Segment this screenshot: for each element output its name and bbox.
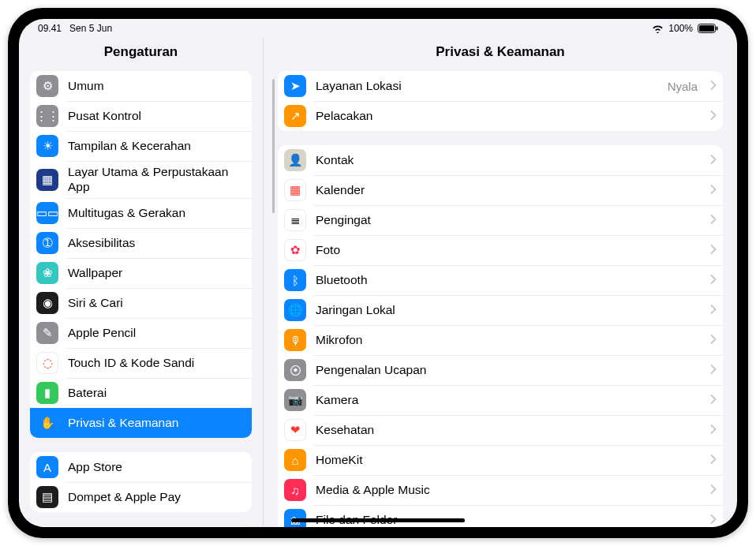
sidebar-item-label: Baterai — [68, 386, 244, 401]
home-indicator[interactable] — [291, 518, 465, 522]
detail-item-homekit[interactable]: ⌂HomeKit — [278, 445, 723, 475]
detail-scroll[interactable]: ➤Layanan LokasiNyala↗Pelacakan👤Kontak▦Ka… — [264, 71, 737, 527]
hand-privacy-icon: ✋ — [36, 412, 58, 434]
sidebar-item-touchid[interactable]: ◌Touch ID & Kode Sandi — [30, 348, 252, 378]
detail-item-files[interactable]: 🗂File dan Folder — [278, 505, 723, 527]
settings-section: AApp Store▤Dompet & Apple Pay — [30, 452, 252, 512]
chevron-right-icon — [710, 363, 717, 377]
sidebar-item-wallet[interactable]: ▤Dompet & Apple Pay — [30, 482, 252, 512]
detail-item-value: Nyala — [668, 80, 698, 93]
status-time: 09.41 — [38, 23, 62, 34]
sidebar-item-battery[interactable]: ▮Baterai — [30, 378, 252, 408]
detail-item-label: Jaringan Lokal — [316, 303, 701, 318]
detail-item-label: Foto — [316, 243, 701, 258]
battery-icon: ▮ — [36, 382, 58, 404]
wallet-icon: ▤ — [36, 486, 58, 508]
sliders-icon: ⋮⋮ — [36, 105, 58, 127]
svg-rect-1 — [699, 25, 714, 32]
speech-icon: ⦿ — [284, 359, 306, 381]
home-grid-icon: ▦ — [36, 169, 58, 191]
detail-item-label: Kontak — [316, 153, 701, 168]
fingerprint-icon: ◌ — [36, 352, 58, 374]
chevron-right-icon — [710, 513, 717, 527]
sidebar-item-label: Wallpaper — [68, 266, 244, 281]
sidebar-scroll[interactable]: ⚙Umum⋮⋮Pusat Kontrol☀Tampilan & Keceraha… — [19, 71, 263, 527]
sidebar-item-siri[interactable]: ◉Siri & Cari — [30, 288, 252, 318]
appstore-icon: A — [36, 456, 58, 478]
detail-item-label: Pelacakan — [316, 109, 701, 124]
homekit-icon: ⌂ — [284, 449, 306, 471]
detail-item-media[interactable]: ♫Media & Apple Music — [278, 475, 723, 505]
sidebar-item-wallpaper[interactable]: ❀Wallpaper — [30, 258, 252, 288]
sidebar-item-privacy[interactable]: ✋Privasi & Keamanan — [30, 408, 252, 438]
sidebar-item-home[interactable]: ▦Layar Utama & Perpustakaan App — [30, 161, 252, 198]
wallpaper-icon: ❀ — [36, 262, 58, 284]
sidebar-item-label: App Store — [68, 460, 244, 475]
music-icon: ♫ — [284, 479, 306, 501]
detail-item-label: Media & Apple Music — [316, 483, 701, 498]
detail-item-location[interactable]: ➤Layanan LokasiNyala — [278, 71, 723, 101]
microphone-icon: 🎙 — [284, 329, 306, 351]
camera-icon: 📷 — [284, 389, 306, 411]
battery-full-icon — [698, 24, 718, 33]
status-date: Sen 5 Jun — [69, 23, 112, 34]
brightness-icon: ☀ — [36, 135, 58, 157]
chevron-right-icon — [710, 303, 717, 317]
siri-icon: ◉ — [36, 292, 58, 314]
sidebar-item-passwords[interactable]: ⚿Kata Sandi — [30, 526, 252, 527]
sidebar-item-general[interactable]: ⚙Umum — [30, 71, 252, 101]
detail-item-contacts[interactable]: 👤Kontak — [278, 145, 723, 175]
detail-item-label: HomeKit — [316, 453, 701, 468]
sidebar-item-control[interactable]: ⋮⋮Pusat Kontrol — [30, 101, 252, 131]
chevron-right-icon — [710, 273, 717, 287]
chevron-right-icon — [710, 423, 717, 437]
sidebar-item-appstore[interactable]: AApp Store — [30, 452, 252, 482]
sidebar-item-pencil[interactable]: ✎Apple Pencil — [30, 318, 252, 348]
detail-item-speech[interactable]: ⦿Pengenalan Ucapan — [278, 355, 723, 385]
detail-item-reminders[interactable]: ≣Pengingat — [278, 205, 723, 235]
scroll-indicator — [272, 79, 275, 213]
sidebar-item-label: Tampilan & Kecerahan — [68, 139, 244, 154]
chevron-right-icon — [710, 79, 717, 93]
chevron-right-icon — [710, 483, 717, 497]
sidebar-item-multitask[interactable]: ▭▭Multitugas & Gerakan — [30, 198, 252, 228]
device-frame: 09.41 Sen 5 Jun 100% Pengaturan ⚙Umum⋮⋮P… — [8, 8, 748, 538]
chevron-right-icon — [710, 333, 717, 347]
reminders-icon: ≣ — [284, 209, 306, 231]
screen: 09.41 Sen 5 Jun 100% Pengaturan ⚙Umum⋮⋮P… — [19, 19, 737, 527]
detail-item-photos[interactable]: ✿Foto — [278, 235, 723, 265]
calendar-icon: ▦ — [284, 179, 306, 201]
accessibility-icon: ➀ — [36, 232, 58, 254]
sidebar-item-label: Apple Pencil — [68, 326, 244, 341]
detail-item-label: Pengingat — [316, 213, 701, 228]
sidebar-item-label: Umum — [68, 79, 244, 94]
location-arrow-icon: ➤ — [284, 75, 306, 97]
detail-title: Privasi & Keamanan — [264, 38, 737, 71]
settings-section: 👤Kontak▦Kalender≣Pengingat✿FotoᛒBluetoot… — [278, 145, 723, 527]
detail-item-localnet[interactable]: 🌐Jaringan Lokal — [278, 295, 723, 325]
detail-item-health[interactable]: ❤Kesehatan — [278, 415, 723, 445]
detail-item-bluetooth[interactable]: ᛒBluetooth — [278, 265, 723, 295]
chevron-right-icon — [710, 153, 717, 167]
detail-item-tracking[interactable]: ↗Pelacakan — [278, 101, 723, 131]
detail-item-mic[interactable]: 🎙Mikrofon — [278, 325, 723, 355]
chevron-right-icon — [710, 109, 717, 123]
sidebar-item-label: Multitugas & Gerakan — [68, 206, 244, 221]
gear-icon: ⚙ — [36, 75, 58, 97]
settings-sidebar: Pengaturan ⚙Umum⋮⋮Pusat Kontrol☀Tampilan… — [19, 38, 264, 527]
sidebar-item-label: Touch ID & Kode Sandi — [68, 356, 244, 371]
detail-item-label: Layanan Lokasi — [316, 79, 658, 94]
status-left: 09.41 Sen 5 Jun — [38, 23, 112, 34]
sidebar-item-display[interactable]: ☀Tampilan & Kecerahan — [30, 131, 252, 161]
chevron-right-icon — [710, 213, 717, 227]
settings-section: ⚙Umum⋮⋮Pusat Kontrol☀Tampilan & Keceraha… — [30, 71, 252, 438]
chevron-right-icon — [710, 393, 717, 407]
detail-item-camera[interactable]: 📷Kamera — [278, 385, 723, 415]
photos-icon: ✿ — [284, 239, 306, 261]
detail-item-calendar[interactable]: ▦Kalender — [278, 175, 723, 205]
sidebar-item-accessibility[interactable]: ➀Aksesibilitas — [30, 228, 252, 258]
health-icon: ❤ — [284, 419, 306, 441]
sidebar-item-label: Aksesibilitas — [68, 236, 244, 251]
tracking-icon: ↗ — [284, 105, 306, 127]
detail-item-label: Mikrofon — [316, 333, 701, 348]
